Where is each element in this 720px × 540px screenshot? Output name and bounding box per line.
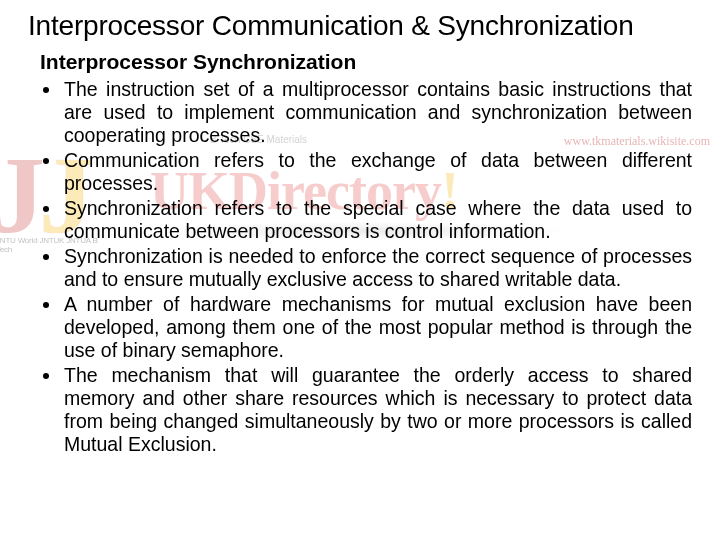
slide-content: Interprocessor Communication & Synchroni… (28, 10, 692, 456)
slide: JJ JNTU World JNTUK JNTUA B Tech B Tech … (0, 0, 720, 540)
bullet-list: The instruction set of a multiprocessor … (28, 78, 692, 456)
page-title: Interprocessor Communication & Synchroni… (28, 10, 692, 42)
list-item: Communication refers to the exchange of … (62, 149, 692, 195)
list-item: Synchronization refers to the special ca… (62, 197, 692, 243)
list-item: Synchronization is needed to enforce the… (62, 245, 692, 291)
list-item: A number of hardware mechanisms for mutu… (62, 293, 692, 362)
page-subtitle: Interprocessor Synchronization (40, 50, 692, 74)
list-item: The instruction set of a multiprocessor … (62, 78, 692, 147)
list-item: The mechanism that will guarantee the or… (62, 364, 692, 456)
